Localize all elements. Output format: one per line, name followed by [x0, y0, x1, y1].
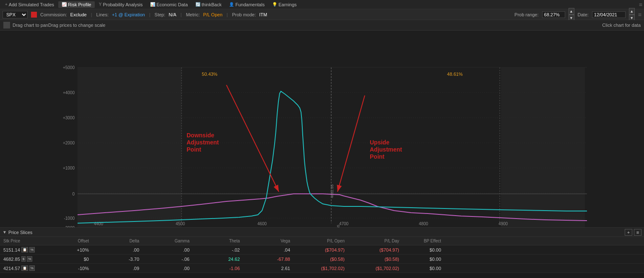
nav-label: Add Simulated Trades	[9, 2, 54, 7]
nav-label: Economic Data	[156, 2, 188, 7]
stk-price-pct-btn[interactable]: %	[29, 265, 35, 271]
svg-text:4500: 4500	[176, 221, 185, 226]
stk-price-copy-btn[interactable]: 📋	[21, 247, 28, 252]
vega-cell: -67.88	[243, 257, 293, 262]
commission-label: Commission:	[40, 12, 67, 17]
step-label: Step:	[155, 12, 166, 17]
svg-text:4700: 4700	[339, 221, 349, 226]
nav-probability[interactable]: Y Probability Analysis	[96, 1, 146, 8]
svg-text:Adjustment: Adjustment	[187, 139, 219, 146]
date-arrows: ▲ ▼	[629, 8, 635, 21]
svg-text:4682.85: 4682.85	[330, 184, 334, 198]
pl-day-cell: ($1,702.02)	[348, 266, 402, 271]
col-bp-effect: BP Effect	[402, 239, 444, 243]
gamma-cell: .00	[143, 266, 193, 271]
prob-mode-label: Prob mode:	[232, 12, 256, 17]
risk-profile-chart[interactable]: +5000 +4000 +3000 +2000 +1000 0 -1000 -2…	[0, 31, 644, 227]
vega-cell: .04	[243, 247, 293, 252]
probability-icon: Y	[99, 2, 102, 7]
step-value: N/A	[169, 12, 176, 17]
economic-icon: 📊	[150, 2, 155, 7]
svg-rect-1	[78, 67, 182, 227]
nav-earnings[interactable]: 💡 Earnings	[269, 1, 300, 8]
gamma-cell: .00	[143, 247, 193, 252]
nav-label: Risk Profile	[68, 2, 91, 7]
col-offset: Offset	[59, 239, 92, 243]
stk-price-dollar-btn[interactable]: $	[21, 256, 26, 262]
prob-range-input[interactable]	[542, 11, 565, 18]
delta-cell: .00	[92, 247, 143, 252]
nav-label: Fundamentals	[235, 2, 265, 7]
price-slices-label: Price Slices	[8, 230, 32, 235]
bp-effect-cell: $0.00	[402, 257, 444, 262]
theta-cell: -1.06	[193, 266, 243, 271]
prob-mode-value[interactable]: ITM	[259, 12, 267, 17]
prob-range-arrows: ▲ ▼	[569, 8, 574, 21]
nav-add-simulated[interactable]: + Add Simulated Trades	[2, 1, 57, 8]
price-slices-panel: ▼ Price Slices + ≡ Stk Price Offset Delt…	[0, 228, 644, 273]
price-slices-column-headers: Stk Price Offset Delta Gamma Theta Vega …	[0, 237, 644, 245]
symbol-selector[interactable]: SPX	[3, 11, 28, 18]
lines-value[interactable]: +1 @ Expiration	[112, 12, 145, 17]
svg-text:-2000: -2000	[64, 226, 75, 227]
chart-header: Drag chart to panDrag prices to change s…	[0, 20, 644, 31]
chart-icon: 📈	[62, 2, 67, 7]
chart-pan-icon	[3, 22, 10, 28]
svg-text:4800: 4800	[419, 221, 428, 226]
bp-effect-cell: $0.00	[402, 266, 444, 271]
delta-cell: .09	[92, 266, 143, 271]
pl-day-cell: ($0.58)	[348, 257, 402, 262]
toolbar-menu[interactable]: ≡	[638, 11, 641, 18]
svg-text:Upside: Upside	[370, 139, 390, 146]
price-slices-menu-button[interactable]: ≡	[634, 229, 641, 236]
stk-price-cell: 4214.57 📋 %	[0, 265, 59, 271]
click-hint[interactable]: Click chart for data	[602, 23, 641, 28]
nav-fundamentals[interactable]: 👤 Fundamentals	[226, 1, 268, 8]
svg-text:0: 0	[72, 192, 75, 196]
metric-value[interactable]: P/L Open	[203, 12, 222, 17]
col-pl-open: P/L Open	[293, 239, 348, 243]
svg-text:+4000: +4000	[63, 90, 75, 95]
prob-range-up[interactable]: ▲	[569, 8, 574, 15]
svg-text:50.43%: 50.43%	[202, 72, 218, 77]
svg-text:Point: Point	[187, 146, 201, 153]
offset-cell: +10%	[59, 247, 92, 252]
date-up[interactable]: ▲	[629, 8, 635, 15]
svg-text:48.61%: 48.61%	[447, 72, 463, 77]
theta-cell: 24.62	[193, 257, 243, 262]
nav-thinkback[interactable]: 🔄 thinkBack	[192, 1, 225, 8]
svg-text:Point: Point	[370, 153, 384, 160]
pl-open-cell: ($0.58)	[293, 257, 348, 262]
col-stk-price: Stk Price	[0, 239, 59, 243]
pl-open-cell: ($704.97)	[293, 247, 348, 252]
theta-cell: -.02	[193, 247, 243, 252]
thinkback-icon: 🔄	[195, 2, 200, 7]
lines-label: Lines:	[96, 12, 109, 17]
stk-price-cell: 4682.85 $ %	[0, 256, 59, 262]
add-icon: +	[5, 2, 8, 7]
svg-text:4900: 4900	[499, 221, 508, 226]
col-delta: Delta	[92, 239, 143, 243]
stk-price-unit-btn[interactable]: %	[29, 247, 35, 252]
stk-price-unit-btn2[interactable]: %	[27, 256, 32, 262]
price-slice-row: 4214.57 📋 % -10% .09 .00 -1.06 2.61 ($1,…	[0, 264, 644, 273]
svg-text:+5000: +5000	[63, 65, 75, 70]
nav-economic[interactable]: 📊 Economic Data	[147, 1, 191, 8]
commission-value[interactable]: Exclude	[70, 12, 87, 17]
bp-effect-cell: $0.00	[402, 247, 444, 252]
nav-risk-profile[interactable]: 📈 Risk Profile	[58, 1, 95, 8]
add-price-slice-button[interactable]: +	[625, 229, 632, 236]
prob-range-label: Prob range:	[514, 12, 538, 17]
date-input[interactable]	[592, 11, 626, 18]
nav-label: Earnings	[278, 2, 296, 7]
nav-menu-button[interactable]: ≡	[639, 1, 642, 8]
offset-cell: -10%	[59, 266, 92, 271]
nav-label: thinkBack	[202, 2, 222, 7]
collapse-icon[interactable]: ▼	[3, 230, 7, 234]
pl-day-cell: ($704.97)	[348, 247, 402, 252]
svg-text:Adjustment: Adjustment	[370, 146, 402, 153]
stk-price-copy-btn2[interactable]: 📋	[21, 265, 28, 271]
red-indicator	[31, 12, 37, 18]
chart-toolbar: SPX Commission: Exclude | Lines: +1 @ Ex…	[0, 9, 644, 20]
col-vega: Vega	[243, 239, 293, 243]
